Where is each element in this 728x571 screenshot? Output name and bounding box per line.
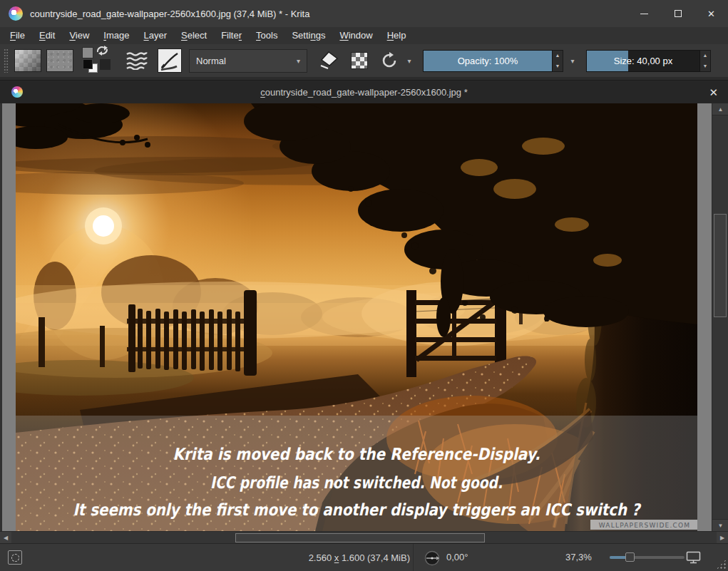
menu-edit[interactable]: Edit (32, 27, 62, 44)
background-color-swatch (99, 58, 111, 71)
canvas-rotation-icon[interactable] (424, 550, 441, 567)
canvas-background-left (2, 103, 16, 531)
window-title: countryside_road_gate-wallpaper-2560x160… (30, 9, 309, 19)
preserve-alpha-button[interactable] (349, 50, 370, 71)
vertical-scrollbar-thumb[interactable] (714, 214, 727, 317)
brush-size-value: Size: 40,00 px (587, 51, 699, 71)
canvas-area: Krita is moved back to the Reference-Dis… (0, 103, 728, 543)
window-resize-grip[interactable] (716, 559, 727, 570)
window-controls: ✕ (627, 0, 728, 27)
horizontal-scrollbar[interactable]: ◀ ▶ (0, 531, 728, 543)
opacity-value: Opacity: 100% (424, 51, 552, 71)
menu-view[interactable]: View (62, 27, 96, 44)
menu-file[interactable]: File (3, 27, 32, 44)
minimize-button[interactable] (627, 0, 661, 27)
menu-image[interactable]: Image (96, 27, 136, 44)
selection-icon (11, 554, 19, 562)
watermark-text: WALLPAPERSWIDE.COM (599, 522, 690, 529)
caption-line-1: Krita is moved back to the Reference-Dis… (173, 445, 540, 463)
menu-layer[interactable]: Layer (136, 27, 174, 44)
edit-brush-settings-button[interactable] (158, 48, 182, 73)
menu-tools[interactable]: Tools (249, 27, 284, 44)
swap-colors-icon[interactable] (96, 45, 110, 56)
horizontal-scrollbar-thumb[interactable] (235, 533, 485, 542)
gray-swatch (82, 47, 93, 58)
close-icon: ✕ (707, 9, 715, 19)
menu-help[interactable]: Help (380, 27, 414, 44)
zoom-slider[interactable] (610, 556, 685, 559)
brush-pen-icon (159, 50, 180, 71)
krita-logo-icon (9, 6, 23, 21)
scroll-left-button[interactable]: ◀ (0, 532, 11, 544)
fit-to-screen-icon[interactable] (686, 551, 701, 564)
document-close-button[interactable]: ✕ (709, 81, 718, 104)
menu-filter[interactable]: Filter (214, 27, 249, 44)
spin-down-icon[interactable]: ▼ (700, 61, 710, 71)
chevron-down-icon: ▾ (297, 57, 300, 65)
eraser-icon (319, 51, 339, 70)
title-bar: countryside_road_gate-wallpaper-2560x160… (0, 0, 728, 27)
foreground-background-colors[interactable] (81, 46, 113, 75)
scroll-down-button[interactable]: ▼ (712, 519, 728, 531)
close-button[interactable]: ✕ (694, 0, 728, 27)
toolbar-drag-handle[interactable] (4, 48, 9, 73)
reload-preset-button[interactable] (379, 50, 400, 71)
reload-options-dropdown[interactable]: ▾ (404, 57, 414, 65)
canvas-background-right (697, 103, 712, 531)
document-krita-icon (11, 86, 23, 98)
opacity-options-dropdown[interactable]: ▾ (568, 57, 578, 65)
maximize-button[interactable] (661, 0, 694, 27)
scroll-up-button[interactable]: ▲ (712, 103, 728, 115)
zoom-percentage: 37,3% (565, 552, 592, 562)
document-title-rest: ountryside_road_gate-wallpaper-2560x1600… (265, 87, 468, 98)
brush-size-slider[interactable]: Size: 40,00 px (586, 50, 700, 72)
main-toolbar: Normal ▾ ▾ Opacity: 100% ▲ ▼ ▾ (0, 44, 728, 77)
status-bar: 2.560 x 1.600 (37,4 MiB) 0,00° 37,3% (0, 543, 728, 571)
minimize-icon (640, 14, 648, 14)
canvas-rotation-value: 0,00° (446, 552, 468, 562)
brush-presets-button[interactable] (122, 49, 150, 72)
reload-icon (380, 51, 399, 70)
image-dimensions: 2.560 x 1.600 (37,4 MiB) (291, 544, 414, 571)
brush-size-spinbox[interactable]: ▲ ▼ (700, 50, 711, 72)
document-tab-title: countryside_road_gate-wallpaper-2560x160… (0, 87, 728, 98)
caption-line-3: It seems only the first move to another … (73, 500, 642, 519)
pattern-chooser-button[interactable] (46, 49, 73, 72)
spin-down-icon[interactable]: ▼ (553, 61, 563, 71)
opacity-slider[interactable]: Opacity: 100% (423, 50, 553, 72)
brush-presets-icon (124, 51, 148, 70)
watermark: WALLPAPERSWIDE.COM (590, 520, 697, 530)
foreground-color-swatch (83, 59, 93, 69)
menu-settings[interactable]: Settings (284, 27, 332, 44)
dimensions-height-size: 1.600 (37,4 MiB) (339, 552, 410, 563)
zoom-slider-handle[interactable] (625, 552, 635, 562)
caption-line-2: ICC profile has not switched. Not good. (210, 473, 503, 492)
menu-window[interactable]: Window (332, 27, 379, 44)
krita-window: countryside_road_gate-wallpaper-2560x160… (0, 0, 728, 571)
spin-up-icon[interactable]: ▲ (553, 51, 563, 61)
blending-mode-value: Normal (196, 56, 226, 66)
blending-mode-dropdown[interactable]: Normal ▾ (189, 49, 307, 73)
selection-tool-indicator[interactable] (8, 550, 22, 565)
document-tab-bar[interactable]: countryside_road_gate-wallpaper-2560x160… (0, 80, 728, 103)
menu-select[interactable]: Select (174, 27, 214, 44)
eraser-mode-button[interactable] (317, 49, 342, 72)
scroll-right-button[interactable]: ▶ (717, 532, 728, 544)
spin-up-icon[interactable]: ▲ (700, 51, 710, 61)
document-title-mnemonic: c (260, 87, 265, 98)
checkerboard-icon (351, 52, 368, 69)
menu-bar: FileEditViewImageLayerSelectFilterToolsS… (0, 27, 728, 44)
maximize-icon (675, 10, 682, 17)
canvas-image[interactable]: Krita is moved back to the Reference-Dis… (16, 103, 697, 531)
dimensions-width: 2.560 (309, 552, 334, 563)
opacity-spinbox[interactable]: ▲ ▼ (553, 50, 563, 72)
gradient-chooser-button[interactable] (14, 49, 41, 72)
vertical-scrollbar[interactable]: ▲ ▼ (712, 103, 728, 531)
